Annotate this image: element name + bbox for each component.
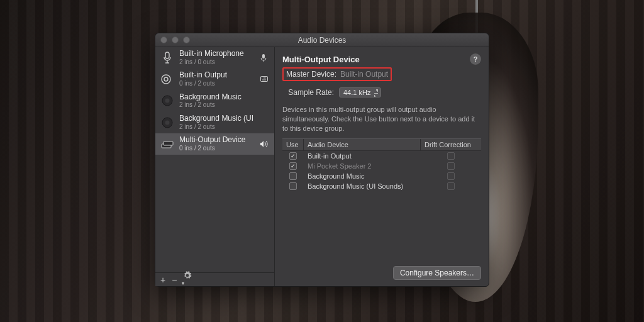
device-name: Background Music (UI Sounds) [179,114,255,123]
svg-point-8 [165,120,170,125]
device-indicator-icon [260,141,269,147]
sidebar-footer: + − ▾ [155,272,274,286]
device-io: 0 ins / 2 outs [179,145,255,152]
col-drift[interactable]: Drift Correction [421,139,481,150]
device-indicator-icon [260,76,269,82]
device-name: Built-in Output [179,71,255,80]
device-table: Use Audio Device Drift Correction ✓Built… [282,138,481,191]
sample-rate-label: Sample Rate: [282,88,334,97]
device-io: 2 ins / 2 outs [179,101,255,109]
sidebar-item-background-music[interactable]: Background Music2 ins / 2 outs [155,91,274,112]
device-cell: Mi Pocket Speaker 2 [304,162,421,170]
window-title: Audio Devices [155,36,489,45]
remove-device-button[interactable]: − [172,275,177,285]
circle-icon [160,94,174,108]
sidebar-item-built-in-microphone[interactable]: Built-in Microphone2 ins / 0 outs [155,47,274,69]
drift-checkbox[interactable] [447,152,455,160]
master-device-label: Master Device: [286,70,336,79]
device-name: Multi-Output Device [179,136,255,145]
table-row[interactable]: ✓Mi Pocket Speaker 2 [282,161,481,171]
drift-checkbox[interactable] [447,172,455,180]
device-io: 0 ins / 2 outs [179,80,255,87]
titlebar[interactable]: Audio Devices [155,33,489,47]
use-checkbox[interactable]: ✓ [289,162,297,170]
table-row[interactable]: ✓Built-in Output [282,151,481,161]
use-checkbox[interactable] [289,182,297,190]
device-io: 2 ins / 0 outs [179,58,255,66]
device-indicator-icon [260,54,269,62]
svg-point-3 [164,77,168,81]
col-use[interactable]: Use [282,139,304,150]
svg-point-2 [162,75,170,84]
circle-icon [160,116,174,130]
help-button[interactable]: ? [470,53,481,65]
gear-icon[interactable]: ▾ [183,271,192,289]
stack-icon [160,137,174,151]
svg-rect-1 [262,54,265,58]
drift-checkbox[interactable] [447,182,455,190]
svg-rect-4 [261,77,268,82]
audio-devices-window: Audio Devices Built-in Microphone2 ins /… [155,33,489,287]
svg-rect-10 [164,142,173,145]
sidebar-item-background-music-ui-sounds-[interactable]: Background Music (UI Sounds)2 ins / 2 ou… [155,112,274,133]
device-cell: Built-in Output [304,152,421,160]
table-row[interactable]: Background Music (UI Sounds) [282,181,481,191]
device-cell: Background Music (UI Sounds) [304,182,421,190]
configure-speakers-button[interactable]: Configure Speakers… [393,266,481,280]
device-name: Background Music [179,93,255,102]
drift-checkbox[interactable] [447,162,455,170]
sidebar-item-multi-output-device[interactable]: Multi-Output Device0 ins / 2 outs [155,133,274,155]
device-cell: Background Music [304,172,421,180]
speaker-icon [160,72,174,86]
use-checkbox[interactable]: ✓ [289,152,297,160]
sample-rate-select[interactable]: 44.1 kHz [339,87,381,97]
device-sidebar: Built-in Microphone2 ins / 0 outsBuilt-i… [155,47,275,286]
content-pane: Multi-Output Device ? Master Device: Bui… [275,47,489,286]
svg-point-6 [165,99,170,103]
microphone-icon [160,51,174,65]
master-device-row: Master Device: Built-in Output [282,67,392,81]
device-io: 2 ins / 2 outs [179,123,255,131]
col-device[interactable]: Audio Device [304,139,421,150]
add-device-button[interactable]: + [160,275,165,285]
device-name: Built-in Microphone [179,50,255,58]
content-heading: Multi-Output Device [282,55,470,64]
svg-rect-0 [165,52,169,58]
use-checkbox[interactable] [289,172,297,180]
master-device-value[interactable]: Built-in Output [340,70,388,79]
sidebar-item-built-in-output[interactable]: Built-in Output0 ins / 2 outs [155,69,274,90]
table-row[interactable]: Background Music [282,171,481,181]
hint-text: Devices in this multi-output group will … [282,105,481,133]
